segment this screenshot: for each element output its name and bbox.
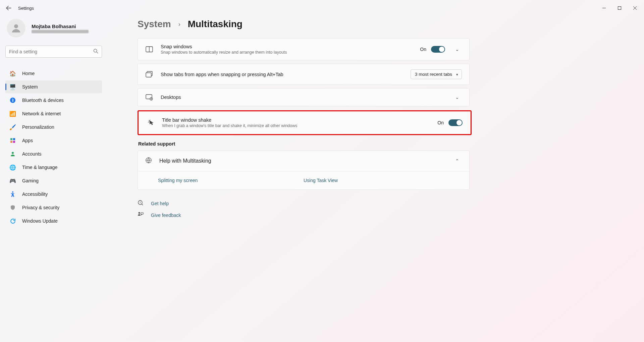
- nav-personalization[interactable]: 🖌️ Personalization: [5, 121, 102, 133]
- system-icon: 🖥️: [9, 83, 16, 90]
- search-icon: [93, 49, 98, 55]
- card-title: Title bar window shake: [162, 117, 430, 123]
- nav-label: Apps: [22, 138, 33, 143]
- desktops-card[interactable]: Desktops ⌄: [138, 88, 470, 106]
- chevron-down-icon[interactable]: ⌄: [452, 47, 462, 52]
- person-icon: [9, 151, 16, 157]
- page-title: Multitasking: [188, 19, 243, 30]
- title-bar-shake-card[interactable]: Title bar window shake When I grab a win…: [139, 112, 470, 133]
- cursor-shake-icon: [147, 119, 155, 126]
- apps-icon: [9, 137, 16, 144]
- nav-list: 🏠 Home 🖥️ System Bluetooth & devices 📶 N…: [5, 67, 102, 227]
- nav-time-language[interactable]: 🌐 Time & language: [5, 161, 102, 174]
- chevron-down-icon[interactable]: ⌄: [452, 95, 462, 100]
- svg-rect-4: [10, 138, 12, 140]
- highlight-annotation: Title bar window shake When I grab a win…: [138, 110, 472, 135]
- give-feedback-link[interactable]: Give feedback: [138, 212, 636, 219]
- breadcrumb-parent[interactable]: System: [138, 19, 171, 30]
- arrow-left-icon: [6, 5, 11, 11]
- nav-bluetooth[interactable]: Bluetooth & devices: [5, 94, 102, 107]
- card-title: Snap windows: [161, 44, 413, 49]
- shield-icon: [9, 204, 16, 211]
- nav-privacy[interactable]: Privacy & security: [5, 201, 102, 214]
- help-expander[interactable]: Help with Multitasking ⌃: [138, 151, 469, 171]
- shake-toggle[interactable]: On: [437, 119, 463, 126]
- link-label: Give feedback: [151, 213, 181, 218]
- svg-rect-5: [13, 138, 15, 140]
- minimize-button[interactable]: [596, 1, 612, 15]
- avatar: [7, 19, 25, 38]
- nav-label: Privacy & security: [22, 205, 59, 210]
- svg-rect-19: [141, 213, 143, 214]
- chevron-right-icon: ›: [178, 21, 180, 28]
- help-title: Help with Multitasking: [159, 158, 445, 164]
- breadcrumb: System › Multitasking: [138, 19, 636, 30]
- svg-point-9: [12, 191, 13, 193]
- titlebar: Settings: [0, 0, 644, 16]
- help-card: Help with Multitasking ⌃ Splitting my sc…: [138, 151, 470, 190]
- related-support-heading: Related support: [138, 141, 636, 147]
- nav-accounts[interactable]: Accounts: [5, 148, 102, 160]
- accessibility-icon: [9, 191, 16, 197]
- svg-rect-7: [13, 141, 15, 143]
- update-icon: [9, 218, 16, 224]
- globe-icon: [145, 157, 152, 165]
- dropdown-value: 3 most recent tabs: [415, 72, 452, 77]
- nav-label: Accessibility: [22, 191, 48, 197]
- get-help-link[interactable]: ? Get help: [138, 200, 636, 207]
- nav-apps[interactable]: Apps: [5, 134, 102, 147]
- nav-label: Windows Update: [22, 218, 58, 224]
- card-title: Desktops: [161, 95, 445, 100]
- footer-links: ? Get help Give feedback: [138, 200, 636, 219]
- help-link-taskview[interactable]: Using Task View: [304, 178, 338, 183]
- nav-home[interactable]: 🏠 Home: [5, 67, 102, 80]
- tabs-dropdown[interactable]: 3 most recent tabs: [411, 69, 462, 79]
- nav-label: Gaming: [22, 178, 39, 183]
- account-block[interactable]: Mojtaba Bolhasani: [5, 17, 102, 44]
- nav-label: Time & language: [22, 165, 57, 170]
- svg-rect-12: [146, 73, 151, 77]
- toggle-state: On: [420, 47, 426, 52]
- account-name: Mojtaba Bolhasani: [32, 23, 89, 29]
- wifi-icon: 📶: [9, 110, 16, 117]
- nav-label: Bluetooth & devices: [22, 98, 64, 103]
- card-subtitle: When I grab a window's title bar and sha…: [162, 123, 430, 128]
- globe-clock-icon: 🌐: [9, 164, 16, 171]
- sidebar: Mojtaba Bolhasani 🏠 Home 🖥️ System Bluet…: [0, 17, 107, 227]
- nav-accessibility[interactable]: Accessibility: [5, 188, 102, 201]
- feedback-icon: [138, 212, 145, 219]
- maximize-button[interactable]: [612, 1, 627, 15]
- close-button[interactable]: [627, 1, 643, 15]
- nav-network[interactable]: 📶 Network & internet: [5, 107, 102, 120]
- window-title: Settings: [18, 6, 34, 11]
- svg-rect-0: [618, 7, 621, 10]
- main-content: System › Multitasking Snap windows Snap …: [138, 17, 636, 219]
- nav-label: Network & internet: [22, 111, 61, 116]
- svg-rect-6: [10, 141, 12, 143]
- account-email-redacted: [32, 30, 89, 33]
- card-title: Show tabs from apps when snapping or pre…: [161, 72, 403, 77]
- desktops-icon: [145, 94, 153, 101]
- brush-icon: 🖌️: [9, 124, 16, 130]
- window-controls: [596, 1, 643, 15]
- snap-toggle[interactable]: On: [420, 46, 445, 53]
- help-icon: ?: [138, 200, 145, 207]
- chevron-up-icon: ⌃: [452, 158, 462, 164]
- svg-point-18: [139, 212, 140, 214]
- search-input[interactable]: [9, 49, 93, 54]
- back-button[interactable]: [1, 1, 16, 15]
- bluetooth-icon: [9, 97, 16, 104]
- nav-label: Home: [22, 71, 35, 76]
- nav-system[interactable]: 🖥️ System: [5, 80, 102, 93]
- svg-point-1: [14, 24, 18, 28]
- nav-windows-update[interactable]: Windows Update: [5, 215, 102, 227]
- help-link-splitting[interactable]: Splitting my screen: [158, 178, 198, 183]
- snap-windows-card[interactable]: Snap windows Snap windows to automatical…: [138, 38, 470, 60]
- nav-label: Personalization: [22, 124, 54, 130]
- toggle-track: [431, 46, 445, 53]
- nav-label: System: [22, 84, 38, 90]
- search-box[interactable]: [5, 46, 102, 58]
- nav-gaming[interactable]: 🎮 Gaming: [5, 174, 102, 187]
- alt-tab-tabs-card[interactable]: Show tabs from apps when snapping or pre…: [138, 64, 470, 85]
- toggle-track: [448, 119, 463, 126]
